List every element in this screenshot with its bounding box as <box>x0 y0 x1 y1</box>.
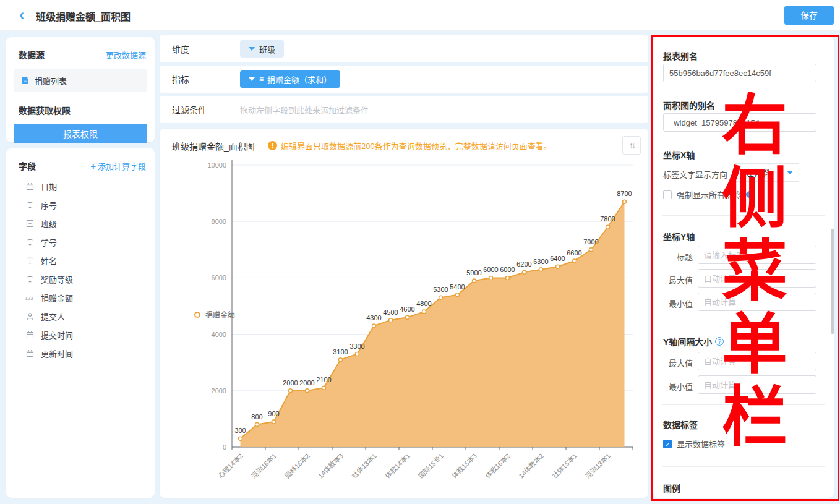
settings-panel: 报表别名 面积图的别名 坐标X轴 标签文字显示方向 左倾斜 强制显示所有标签 坐… <box>653 37 834 498</box>
calendar-icon <box>25 331 35 339</box>
svg-text:心理14本2: 心理14本2 <box>216 451 244 480</box>
warning-icon: ! <box>268 141 277 150</box>
field-item[interactable]: 序号 <box>6 195 155 214</box>
divider <box>662 215 825 216</box>
datasource-item[interactable]: 捐赠列表 <box>14 69 147 92</box>
svg-text:国际15专1: 国际15专1 <box>416 451 445 480</box>
svg-text:6000: 6000 <box>212 274 226 281</box>
show-data-label-checkbox[interactable]: ✓ 显示数据标签 <box>663 438 725 450</box>
field-label: 姓名 <box>41 255 57 267</box>
y-interval-section-title: Y轴间隔大小? <box>663 335 724 348</box>
datasource-name: 捐赠列表 <box>35 75 67 87</box>
field-item[interactable]: 班级 <box>6 214 155 233</box>
field-label: 提交时间 <box>41 329 73 341</box>
svg-text:2000: 2000 <box>212 387 226 395</box>
chevron-down-icon <box>249 47 255 51</box>
sort-toggle-button[interactable]: ↑↓ <box>622 136 641 155</box>
svg-text:4600: 4600 <box>400 305 414 313</box>
document-icon <box>21 76 30 85</box>
settings-scrollbar[interactable] <box>831 229 834 334</box>
calendar-icon <box>25 349 35 357</box>
svg-text:5900: 5900 <box>466 269 481 276</box>
text-icon <box>25 257 35 265</box>
svg-text:运训16本1: 运训16本1 <box>249 451 278 480</box>
field-item[interactable]: 更新时间 <box>6 344 155 362</box>
field-item[interactable]: 学号 <box>6 233 155 251</box>
calendar-icon <box>25 182 35 190</box>
field-item[interactable]: 123捐赠金额 <box>6 288 155 307</box>
add-calc-field-link[interactable]: +添加计算字段 <box>90 160 146 172</box>
svg-text:6000: 6000 <box>483 266 498 273</box>
save-button[interactable]: 保存 <box>784 6 834 25</box>
y-axis-section-title: 坐标Y轴 <box>663 230 695 242</box>
svg-text:6600: 6600 <box>567 249 581 257</box>
metric-row: 指标 ≡ 捐赠金额（求和） <box>160 66 648 93</box>
legend-section-title: 图例 <box>663 482 680 494</box>
help-icon[interactable]: ? <box>715 337 724 346</box>
field-item[interactable]: 奖励等级 <box>6 270 155 288</box>
filter-row[interactable]: 过滤条件 拖动左侧字段到此处来添加过滤条件 <box>160 96 648 123</box>
svg-text:4500: 4500 <box>383 309 398 316</box>
svg-text:运训13本1: 运训13本1 <box>583 451 612 480</box>
report-alias-input[interactable] <box>663 64 816 82</box>
svg-text:8700: 8700 <box>617 190 632 197</box>
svg-text:14体教本3: 14体教本3 <box>316 451 345 480</box>
field-label: 日期 <box>41 181 57 192</box>
x-axis-section-title: 坐标X轴 <box>663 148 695 161</box>
dimension-pill[interactable]: 班级 <box>240 40 284 58</box>
y-title-input[interactable] <box>698 246 816 264</box>
field-label: 学号 <box>41 236 57 248</box>
svg-text:0: 0 <box>223 443 226 451</box>
interval-min-input[interactable] <box>698 375 816 394</box>
svg-text:10000: 10000 <box>207 161 226 169</box>
label-direction-select[interactable]: 左倾斜 <box>735 163 799 182</box>
y-min-input[interactable] <box>698 293 816 311</box>
info-icon[interactable] <box>746 191 753 198</box>
datasource-panel: 数据源 更改数据源 捐赠列表 数据获取权限 报表权限 <box>6 37 155 142</box>
filter-label: 过滤条件 <box>160 103 240 116</box>
svg-text:2100: 2100 <box>316 376 331 383</box>
svg-text:6400: 6400 <box>550 255 565 262</box>
dimension-label: 维度 <box>160 43 240 55</box>
svg-text:14体教本2: 14体教本2 <box>516 451 545 480</box>
field-item[interactable]: 提交人 <box>6 307 155 325</box>
svg-text:园林16本2: 园林16本2 <box>283 451 311 480</box>
force-show-labels-checkbox[interactable]: 强制显示所有标签 <box>663 189 753 200</box>
interval-min-label: 最小值 <box>663 380 693 392</box>
report-permission-button[interactable]: 报表权限 <box>14 124 147 143</box>
filter-dropzone-placeholder: 拖动左侧字段到此处来添加过滤条件 <box>240 104 369 116</box>
chart-legend-item[interactable]: 捐赠金额 <box>194 309 235 320</box>
area-chart[interactable]: 0200040006000800010000300800900200020002… <box>160 153 648 498</box>
field-item[interactable]: 姓名 <box>6 251 155 270</box>
text-icon <box>25 275 35 283</box>
page-title[interactable]: 班级捐赠金额_面积图 <box>36 9 139 28</box>
svg-text:6200: 6200 <box>516 260 531 268</box>
field-item[interactable]: 日期 <box>6 177 155 195</box>
interval-max-input[interactable] <box>698 352 816 370</box>
legend-label: 捐赠金额 <box>205 309 235 320</box>
svg-text:123: 123 <box>25 295 33 301</box>
svg-text:300: 300 <box>234 427 246 434</box>
aggregate-icon: ≡ <box>259 75 263 83</box>
svg-text:社体15本1: 社体15本1 <box>550 451 578 480</box>
permission-title: 数据获取权限 <box>6 92 155 116</box>
checkbox-unchecked-icon <box>663 190 672 199</box>
field-item[interactable]: 提交时间 <box>6 325 155 344</box>
interval-max-label: 最大值 <box>663 357 693 369</box>
svg-text:3100: 3100 <box>333 348 348 356</box>
field-label: 提交人 <box>41 310 65 322</box>
change-datasource-link[interactable]: 更改数据源 <box>106 49 146 61</box>
field-label: 捐赠金额 <box>41 292 73 304</box>
metric-pill[interactable]: ≡ 捐赠金额（求和） <box>240 70 340 88</box>
chart-title: 班级捐赠金额_面积图 <box>172 140 255 152</box>
person-icon <box>25 312 35 320</box>
label-direction-label: 标签文字显示方向 <box>663 168 727 180</box>
svg-text:2000: 2000 <box>283 379 298 387</box>
text-icon <box>25 201 35 209</box>
y-max-input[interactable] <box>698 269 816 288</box>
back-icon[interactable]: ‹ <box>14 7 30 23</box>
report-alias-title: 报表别名 <box>663 49 698 62</box>
area-alias-input[interactable] <box>663 113 816 132</box>
metric-label: 指标 <box>160 73 240 85</box>
chevron-down-icon <box>249 77 255 81</box>
